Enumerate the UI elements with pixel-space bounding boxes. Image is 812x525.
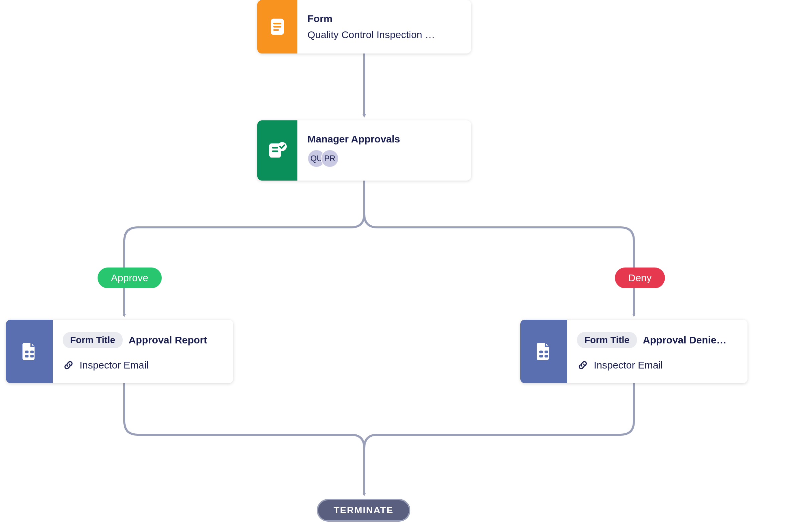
branch-deny-pill[interactable]: Deny: [615, 268, 665, 288]
approval-node[interactable]: Manager Approvals QU PR: [257, 120, 471, 181]
svg-rect-13: [539, 350, 543, 353]
form-node-label: Form: [308, 13, 461, 25]
svg-rect-15: [539, 355, 543, 358]
svg-rect-12: [30, 355, 34, 358]
link-text: Inspector Email: [594, 359, 663, 371]
document-node-deny[interactable]: Form Title Approval Denie… Inspector Ema…: [520, 320, 748, 383]
document-node-body: Form Title Approval Report Inspector Ema…: [53, 320, 233, 383]
form-node[interactable]: Form Quality Control Inspection …: [257, 0, 471, 54]
svg-rect-1: [274, 23, 281, 25]
svg-rect-6: [272, 150, 278, 152]
svg-rect-11: [25, 355, 28, 358]
form-title-label: Form Title: [577, 332, 637, 348]
link-icon: [577, 359, 589, 371]
document-node-body: Form Title Approval Denie… Inspector Ema…: [567, 320, 748, 383]
branch-approve-pill[interactable]: Approve: [97, 268, 162, 288]
document-node-stripe: [6, 320, 53, 383]
svg-rect-3: [274, 29, 279, 31]
form-node-name: Quality Control Inspection …: [308, 29, 461, 41]
form-title-value: Approval Denie…: [643, 334, 727, 346]
approval-avatars: QU PR: [308, 149, 461, 167]
form-icon: [268, 17, 287, 36]
approval-node-stripe: [257, 120, 297, 181]
form-title-row: Form Title Approval Report: [63, 332, 223, 348]
workflow-connectors: [0, 0, 812, 525]
document-icon: [533, 341, 554, 362]
svg-rect-10: [30, 350, 34, 353]
approval-node-body: Manager Approvals QU PR: [297, 120, 471, 181]
link-text: Inspector Email: [79, 359, 149, 371]
document-node-approve[interactable]: Form Title Approval Report Inspector Ema…: [6, 320, 233, 383]
svg-rect-2: [274, 26, 281, 28]
document-icon: [19, 341, 40, 362]
form-node-stripe: [257, 0, 297, 54]
workflow-canvas: Form Quality Control Inspection … Manage…: [0, 0, 812, 525]
approval-icon: [267, 140, 288, 161]
avatar: PR: [321, 149, 339, 167]
document-node-stripe: [520, 320, 567, 383]
svg-rect-9: [25, 350, 28, 353]
link-row: Inspector Email: [577, 359, 737, 371]
approval-node-title: Manager Approvals: [308, 133, 461, 145]
svg-rect-14: [545, 350, 548, 353]
link-row: Inspector Email: [63, 359, 223, 371]
svg-rect-16: [545, 355, 548, 358]
form-title-label: Form Title: [63, 332, 123, 348]
link-icon: [63, 359, 74, 371]
form-title-value: Approval Report: [129, 334, 207, 346]
form-title-row: Form Title Approval Denie…: [577, 332, 737, 348]
terminate-node[interactable]: TERMINATE: [317, 499, 410, 522]
form-node-body: Form Quality Control Inspection …: [297, 0, 471, 54]
svg-rect-5: [272, 147, 278, 149]
